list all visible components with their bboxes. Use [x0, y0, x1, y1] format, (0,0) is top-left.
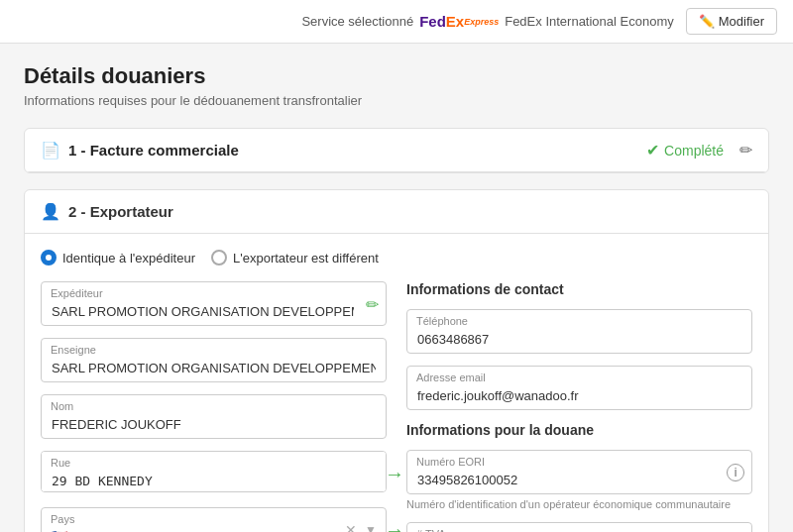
douane-info-title: Informations pour la douane: [406, 422, 752, 438]
section-exportateur-header: 👤 2 - Exportateur: [25, 190, 768, 234]
radio-same[interactable]: Identique à l'expéditeur: [41, 250, 195, 266]
radio-same-circle: [41, 250, 57, 266]
pencil-icon: ✏️: [699, 14, 715, 29]
tva-field: # TVA i: [406, 522, 752, 532]
section-status: ✔ Complété: [646, 141, 724, 160]
rue-arrow-icon: →: [385, 462, 404, 484]
contact-info-title: Informations de contact: [406, 281, 752, 297]
right-col: Informations de contact Téléphone Adress…: [406, 281, 752, 532]
section-facture-left: 📄 1 - Facture commerciale: [41, 141, 239, 160]
nom-wrapper: Nom: [41, 394, 387, 439]
pays-arrow-icon: →: [385, 518, 404, 532]
main-content: Détails douaniers Informations requises …: [0, 44, 793, 532]
pays-wrapper: Pays 🇫🇷 ✕ ▼ →: [41, 507, 387, 532]
rue-field-group: Rue →: [41, 451, 387, 495]
left-col: Expéditeur ✏ Enseigne: [41, 281, 387, 532]
section-exportateur: 👤 2 - Exportateur Identique à l'expédite…: [24, 189, 769, 532]
enseigne-field-group: Enseigne: [41, 338, 387, 382]
page-title: Détails douaniers: [24, 63, 769, 89]
pays-dropdown-icon[interactable]: ▼: [365, 523, 377, 533]
section-exportateur-body: Identique à l'expéditeur L'exportateur e…: [25, 234, 768, 532]
rue-wrapper: Rue →: [41, 451, 387, 495]
section-facture-title: 1 - Facture commerciale: [68, 142, 239, 159]
pays-input[interactable]: [41, 507, 387, 532]
eori-sublabel: Numéro d'identification d'un opérateur é…: [406, 498, 752, 510]
enseigne-input[interactable]: [41, 338, 387, 382]
radio-different-label: L'exportateur est différent: [233, 251, 379, 266]
radio-group: Identique à l'expéditeur L'exportateur e…: [41, 250, 752, 266]
nom-field-group: Nom: [41, 394, 387, 439]
nom-input[interactable]: [41, 394, 387, 439]
expediteur-wrapper: Expéditeur ✏: [41, 281, 387, 326]
expediteur-edit-icon[interactable]: ✏: [366, 294, 379, 313]
expediteur-input[interactable]: [41, 281, 387, 326]
tva-input[interactable]: [406, 522, 752, 532]
status-label: Complété: [664, 143, 724, 159]
radio-different[interactable]: L'exportateur est différent: [211, 250, 379, 266]
person-icon: 👤: [41, 202, 60, 221]
two-col-layout: Expéditeur ✏ Enseigne: [41, 281, 752, 532]
radio-same-label: Identique à l'expéditeur: [62, 251, 195, 266]
telephone-field: Téléphone: [406, 309, 752, 354]
email-label: Adresse email: [416, 372, 486, 383]
fedex-logo: FedEx Express: [419, 13, 499, 30]
service-type: FedEx International Economy: [505, 14, 674, 29]
modify-label: Modifier: [719, 14, 764, 29]
tva-label: # TVA: [416, 528, 446, 532]
telephone-label: Téléphone: [416, 315, 468, 327]
expediteur-field-group: Expéditeur ✏: [41, 281, 387, 326]
eori-label: Numéro EORI: [416, 456, 485, 468]
eori-field: Numéro EORI i: [406, 450, 752, 494]
enseigne-wrapper: Enseigne: [41, 338, 387, 382]
email-field: Adresse email: [406, 366, 752, 410]
pays-field-group: Pays 🇫🇷 ✕ ▼ →: [41, 507, 387, 532]
service-info: Service sélectionné FedEx Express FedEx …: [301, 13, 673, 30]
modify-button[interactable]: ✏️ Modifier: [686, 8, 777, 35]
section-facture: 📄 1 - Facture commerciale ✔ Complété ✏: [24, 128, 769, 173]
document-icon: 📄: [41, 141, 60, 160]
service-label: Service sélectionné: [301, 14, 413, 29]
edit-facture-icon[interactable]: ✏: [739, 141, 752, 160]
page-subtitle: Informations requises pour le dédouaneme…: [24, 93, 769, 108]
radio-different-circle: [211, 250, 227, 266]
rue-input[interactable]: [41, 451, 387, 492]
section-facture-header: 📄 1 - Facture commerciale ✔ Complété ✏: [25, 129, 768, 172]
pays-clear-icon[interactable]: ✕: [345, 522, 357, 533]
eori-info-icon[interactable]: i: [727, 464, 744, 481]
top-banner: Service sélectionné FedEx Express FedEx …: [0, 0, 793, 44]
checkmark-icon: ✔: [646, 141, 659, 160]
section-exportateur-title: 2 - Exportateur: [68, 203, 173, 220]
